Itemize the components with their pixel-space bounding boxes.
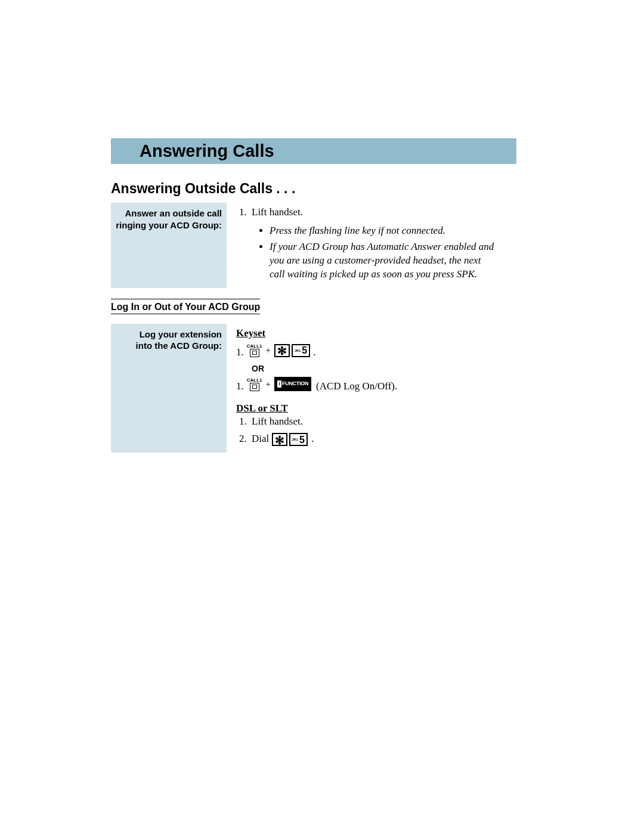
- page-title: Answering Calls: [140, 141, 516, 161]
- side-label-answer-outside: Answer an outside call ringing your ACD …: [111, 203, 227, 288]
- key-sequence-row: 1. CALL1 + FUNCTION (ACD Log On/Off).: [236, 377, 499, 391]
- side-label-line: ringing your ACD Group:: [116, 219, 222, 231]
- call1-label: CALL1: [247, 344, 262, 349]
- document-page: Answering Calls Answering Outside Calls …: [0, 0, 644, 833]
- period: .: [313, 347, 315, 357]
- device-label-dsl: DSL or SLT: [236, 402, 499, 416]
- block-answer-outside: Answer an outside call ringing your ACD …: [0, 203, 644, 288]
- device-label-keyset: Keyset: [236, 327, 499, 340]
- instructions-login: Keyset 1. CALL1 + ✻ JKL 5 . OR 1.: [227, 324, 499, 453]
- note-item: If your ACD Group has Automatic Answer e…: [270, 240, 499, 281]
- instructions-answer-outside: Lift handset. Press the flashing line ke…: [227, 203, 499, 288]
- block-login: Log your extension into the ACD Group: K…: [0, 324, 644, 453]
- jkl-label: JKL: [295, 349, 301, 352]
- title-bar: Answering Calls: [111, 138, 516, 164]
- key-sequence-inline: ✻ JKL 5: [272, 433, 308, 446]
- step-text: Lift handset.: [252, 206, 303, 218]
- star-key-icon: ✻: [274, 344, 290, 357]
- side-label-line: into the ACD Group:: [116, 340, 222, 352]
- period: .: [311, 433, 314, 444]
- step-text-prefix: Dial: [252, 433, 272, 444]
- section-heading-answering-outside: Answering Outside Calls . . .: [111, 181, 644, 197]
- jkl-label: JKL: [292, 437, 299, 442]
- side-label-line: Log your extension: [116, 329, 222, 340]
- step-item: Lift handset.: [249, 415, 499, 429]
- side-label-login: Log your extension into the ACD Group:: [111, 324, 227, 453]
- step-item: Dial ✻ JKL 5 .: [249, 432, 499, 446]
- five-label: 5: [302, 346, 307, 355]
- plus-icon: +: [266, 346, 271, 355]
- subsection-rule: [111, 314, 260, 314]
- step-item: Lift handset. Press the flashing line ke…: [249, 206, 499, 281]
- five-key-icon: JKL 5: [289, 433, 308, 446]
- five-key-icon: JKL 5: [292, 344, 310, 357]
- call1-label: CALL1: [247, 378, 262, 383]
- function-key-icon: FUNCTION: [274, 377, 311, 391]
- plus-icon: +: [266, 380, 271, 389]
- star-key-icon: ✻: [272, 433, 287, 446]
- step-number: 1.: [236, 347, 244, 357]
- subsection-heading-login: Log In or Out of Your ACD Group: [111, 302, 644, 312]
- step-text: Lift handset.: [252, 416, 303, 427]
- or-label: OR: [252, 363, 499, 374]
- key-sequence-row: 1. CALL1 + ✻ JKL 5 .: [236, 344, 499, 357]
- call1-key-icon: CALL1: [247, 344, 262, 357]
- trail-text: (ACD Log On/Off).: [316, 381, 397, 391]
- call1-key-icon: CALL1: [247, 378, 262, 391]
- subsection-rule: [111, 299, 260, 299]
- step-number: 1.: [236, 381, 244, 391]
- note-item: Press the flashing line key if not conne…: [270, 224, 499, 238]
- five-label: 5: [299, 433, 305, 447]
- side-label-line: Answer an outside call: [116, 208, 222, 219]
